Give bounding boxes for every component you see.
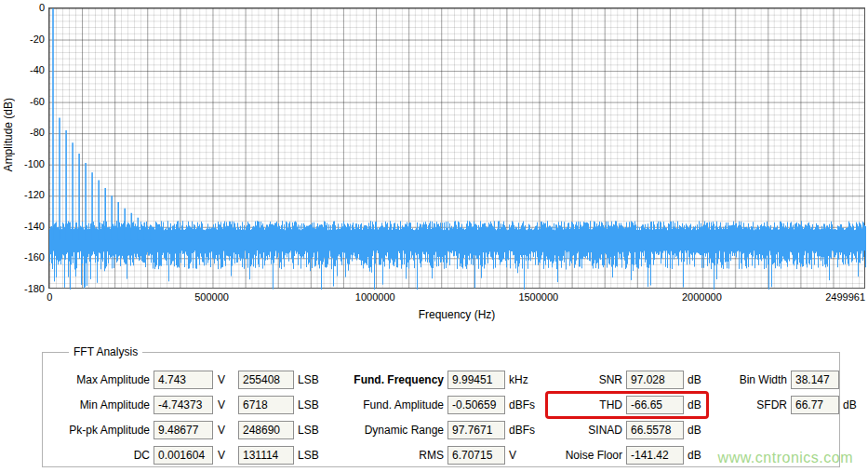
max-amplitude-row: Max Amplitude 4.743 V 255408 LSB [52, 370, 319, 390]
fund-frequency-field[interactable]: 9.99451 [447, 371, 505, 389]
y-tick-label: -120 [2, 189, 45, 200]
db-unit-label: dB [688, 449, 701, 462]
x-tick-label: 1000000 [355, 291, 395, 303]
snr-row: SNR 97.028 dB [553, 370, 701, 390]
rms-field[interactable]: 6.70715 [447, 446, 505, 465]
fft-analyzer-window: Amplitude (dB) 0-20-40-60-80-100-120-140… [0, 0, 868, 472]
thd-row-highlighted: THD -66.65 dB [545, 391, 709, 419]
y-tick-label: 0 [2, 2, 45, 13]
field-value: -4.74373 [158, 398, 202, 411]
pkpk-amplitude-lsb-field[interactable]: 248690 [238, 421, 294, 439]
rms-label: RMS [322, 449, 444, 462]
dc-lsb-field[interactable]: 131114 [238, 446, 294, 465]
noise-floor-field[interactable]: -141.42 [626, 446, 684, 465]
sinad-row: SINAD 66.5578 dB [553, 420, 701, 440]
fund-amplitude-field[interactable]: -0.50659 [447, 396, 505, 414]
dynamic-range-field[interactable]: 97.7671 [447, 421, 505, 439]
y-tick-label: -20 [2, 34, 45, 45]
dc-volts-field[interactable]: 0.001604 [154, 446, 213, 465]
amplitude-column: Max Amplitude 4.743 V 255408 LSB Min Amp… [52, 370, 319, 470]
watermark: www.cntronics.com [718, 450, 853, 466]
x-tick-label: 1500000 [518, 291, 558, 303]
field-value: -66.65 [631, 398, 662, 411]
sfdr-row: SFDR 66.77 dB [729, 395, 857, 415]
volts-unit-label: V [218, 449, 231, 462]
field-value: 9.48677 [158, 424, 198, 437]
dc-row: DC 0.001604 V 131114 LSB [52, 445, 319, 465]
field-value: 97.7671 [452, 424, 492, 437]
y-tick-label: -80 [2, 127, 45, 138]
y-tick-label: -160 [2, 251, 45, 263]
db-unit-label: dB [843, 398, 857, 411]
fund-amplitude-row: Fund. Amplitude -0.50659 dBFs [322, 395, 535, 415]
sinad-label: SINAD [553, 424, 622, 437]
field-value: -141.42 [631, 449, 669, 462]
fft-chart: Amplitude (dB) 0-20-40-60-80-100-120-140… [0, 0, 868, 335]
field-value: 255408 [243, 373, 280, 386]
x-tick-label: 2499961 [825, 291, 865, 303]
rms-row: RMS 6.70715 V [322, 445, 535, 465]
min-amplitude-volts-field[interactable]: -4.74373 [154, 396, 213, 414]
field-value: -0.50659 [452, 398, 496, 411]
bin-width-field[interactable]: 38.147 [791, 371, 839, 389]
right-column: Bin Width 38.147 SFDR 66.77 dB [729, 370, 857, 420]
max-amplitude-lsb-field[interactable]: 255408 [238, 371, 294, 389]
dynamic-range-row: Dynamic Range 97.7671 dBFs [322, 420, 535, 440]
max-amplitude-volts-field[interactable]: 4.743 [154, 371, 213, 389]
field-value: 131114 [243, 449, 278, 462]
field-value: 66.5578 [631, 424, 671, 437]
thd-field[interactable]: -66.65 [626, 396, 684, 414]
sfdr-field[interactable]: 66.77 [791, 396, 839, 414]
sinad-field[interactable]: 66.5578 [626, 421, 684, 439]
fundamental-column: Fund. Frequency 9.99451 kHz Fund. Amplit… [322, 370, 535, 470]
field-value: 66.77 [795, 398, 823, 411]
lsb-unit-label: LSB [298, 424, 319, 437]
y-tick-label: -140 [2, 221, 45, 232]
snr-label: SNR [553, 373, 622, 386]
y-tick-label: -100 [2, 158, 45, 169]
snr-field[interactable]: 97.028 [626, 371, 684, 389]
x-tick-label: 0 [47, 291, 52, 303]
y-tick-label: -60 [2, 96, 45, 107]
field-value: 97.028 [631, 373, 665, 386]
min-amplitude-lsb-field[interactable]: 6718 [238, 396, 294, 414]
fft-trace [49, 8, 866, 290]
bin-width-row: Bin Width 38.147 [729, 370, 857, 390]
volts-unit-label: V [218, 373, 231, 386]
plot-area[interactable] [48, 7, 865, 289]
lsb-unit-label: LSB [298, 373, 319, 386]
noise-floor-row: Noise Floor -141.42 dB [553, 445, 701, 465]
field-value: 38.147 [795, 373, 830, 386]
bin-width-label: Bin Width [729, 373, 787, 386]
field-value: 0.001604 [158, 449, 205, 462]
field-value: 6.70715 [452, 449, 492, 462]
volts-unit-label: V [218, 424, 231, 437]
pkpk-amplitude-label: Pk-pk Amplitude [52, 424, 150, 437]
thd-label: THD [553, 398, 622, 411]
db-unit-label: dB [688, 398, 701, 411]
dc-label: DC [52, 449, 150, 462]
min-amplitude-row: Min Amplitude -4.74373 V 6718 LSB [52, 395, 319, 415]
field-value: 4.743 [158, 373, 186, 386]
x-tick-label: 2000000 [682, 291, 722, 303]
lsb-unit-label: LSB [298, 449, 319, 462]
fund-frequency-row: Fund. Frequency 9.99451 kHz [322, 370, 535, 390]
x-axis-label: Frequency (Hz) [48, 308, 865, 321]
field-value: 6718 [243, 398, 268, 411]
dbfs-unit-label: dBFs [509, 398, 535, 411]
x-axis-ticks: 05000001000000150000020000002499961 [48, 291, 865, 304]
db-unit-label: dB [688, 424, 701, 437]
pkpk-amplitude-volts-field[interactable]: 9.48677 [154, 421, 213, 439]
fund-frequency-label: Fund. Frequency [322, 373, 444, 386]
x-tick-label: 500000 [194, 291, 229, 303]
volts-unit-label: V [218, 398, 231, 411]
y-axis-ticks: 0-20-40-60-80-100-120-140-160-180 [2, 7, 45, 289]
y-tick-label: -180 [2, 283, 45, 294]
dynamic-range-label: Dynamic Range [322, 424, 444, 437]
panel-title: FFT Analysis [69, 345, 142, 358]
khz-unit-label: kHz [509, 373, 528, 386]
volts-unit-label: V [509, 449, 516, 462]
dbfs-unit-label: dBFs [509, 424, 535, 437]
sfdr-label: SFDR [729, 398, 787, 411]
pkpk-amplitude-row: Pk-pk Amplitude 9.48677 V 248690 LSB [52, 420, 319, 440]
